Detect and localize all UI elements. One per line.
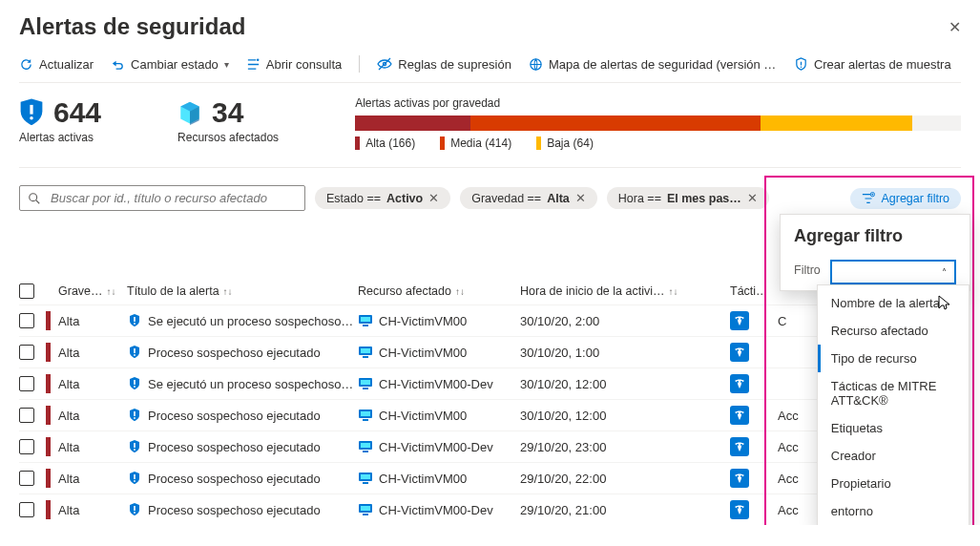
filter-pill-state[interactable]: Estado == Activo ✕: [315, 187, 450, 209]
active-alerts-metric: 644 Alertas activas: [19, 96, 101, 144]
change-state-button[interactable]: Cambiar estado ▾: [111, 57, 229, 72]
row-checkbox[interactable]: [19, 471, 34, 486]
close-icon[interactable]: ✕: [949, 18, 961, 36]
combobox-option[interactable]: Tácticas de MITRE ATT&CK®: [818, 372, 969, 414]
alert-shield-icon: [127, 439, 142, 454]
tactic-icon: [730, 374, 749, 393]
remove-filter-icon[interactable]: ✕: [575, 191, 586, 205]
add-filter-label: Agregar filtro: [881, 192, 949, 205]
alert-shield-icon: [127, 376, 142, 391]
svg-point-54: [740, 475, 742, 477]
combobox-option[interactable]: Creador: [818, 442, 969, 470]
legend-low: Baja (64): [536, 136, 594, 150]
combobox-control[interactable]: ˄: [830, 260, 956, 284]
svg-rect-34: [134, 411, 136, 416]
security-map-button[interactable]: Mapa de alertas de seguridad (versión pr…: [529, 57, 777, 72]
svg-rect-38: [363, 419, 368, 421]
vm-icon: [358, 503, 373, 516]
combobox-option[interactable]: Tipo de recurso: [818, 345, 969, 372]
map-icon: [529, 57, 543, 72]
svg-point-28: [134, 386, 136, 388]
resources-count: 34: [212, 96, 243, 129]
refresh-icon: [19, 57, 33, 72]
row-checkbox[interactable]: [19, 439, 34, 454]
combobox-option[interactable]: Etiquetas: [818, 414, 969, 442]
sample-alerts-button[interactable]: Crear alertas de muestra: [794, 57, 951, 72]
svg-point-40: [740, 412, 742, 414]
cell-time: 30/10/20, 12:00: [520, 409, 730, 423]
cell-time: 29/10/20, 22:00: [520, 472, 730, 486]
severity-bar: [355, 116, 961, 131]
svg-rect-31: [363, 388, 368, 389]
cell-tactics: [730, 406, 778, 425]
row-checkbox[interactable]: [19, 376, 34, 391]
svg-point-49: [134, 480, 136, 482]
severity-seg-low: [761, 116, 912, 131]
svg-point-18: [737, 318, 739, 320]
col-header-title[interactable]: Título de la alerta↑↓: [127, 284, 358, 298]
open-query-button[interactable]: Abrir consulta: [246, 57, 342, 72]
filter-combobox[interactable]: ˄ Nombre de la alertaRecurso afectadoTip…: [830, 260, 956, 284]
filter-pill-severity[interactable]: Gravedad == Alta ✕: [460, 187, 597, 209]
col-header-resource[interactable]: Recurso afectado↑↓: [358, 284, 520, 298]
open-query-label: Abrir consulta: [266, 57, 342, 72]
severity-seg-high: [355, 116, 470, 131]
cell-tactics: [730, 437, 778, 456]
page-title: Alertas de seguridad: [19, 13, 245, 40]
search-field[interactable]: [49, 190, 297, 206]
svg-point-32: [737, 381, 739, 383]
svg-point-7: [30, 116, 33, 120]
svg-point-60: [737, 507, 739, 509]
combobox-option[interactable]: Propietario: [818, 470, 969, 497]
remove-filter-icon[interactable]: ✕: [747, 191, 758, 205]
svg-rect-55: [134, 506, 136, 511]
row-checkbox[interactable]: [19, 408, 34, 423]
svg-point-8: [30, 193, 37, 200]
col-header-severity[interactable]: Grave…↑↓: [51, 284, 127, 298]
svg-line-9: [36, 200, 40, 203]
add-filter-button[interactable]: Agregar filtro: [850, 188, 961, 209]
vm-icon: [358, 346, 373, 359]
row-checkbox[interactable]: [19, 502, 34, 517]
svg-rect-44: [361, 443, 370, 448]
svg-rect-30: [361, 380, 370, 385]
query-icon: [246, 57, 261, 72]
severity-block: Alertas activas por gravedad Alta (166) …: [355, 96, 961, 150]
vm-icon: [358, 314, 373, 327]
cell-title: Se ejecutó un proceso sospechoso…: [127, 376, 358, 391]
refresh-button[interactable]: Actualizar: [19, 57, 94, 72]
summary-bar: 644 Alertas activas 34 Recursos afectado…: [19, 83, 961, 168]
cell-resource: CH-VictimVM00: [358, 409, 520, 423]
combobox-option[interactable]: entorno: [818, 497, 969, 525]
svg-point-39: [737, 412, 739, 414]
col-header-time[interactable]: Hora de inicio de la activi…↑↓: [520, 284, 730, 298]
cell-severity: Alta: [51, 377, 127, 391]
combobox-option[interactable]: Nombre de la alerta: [818, 289, 969, 317]
col-header-tactics[interactable]: Tácti…: [730, 284, 778, 298]
cell-severity: Alta: [51, 314, 127, 328]
row-checkbox[interactable]: [19, 313, 34, 328]
cell-severity: Alta: [51, 472, 127, 486]
svg-rect-45: [363, 451, 368, 452]
cell-title: Proceso sospechoso ejecutado: [127, 408, 358, 423]
select-all-checkbox[interactable]: [19, 284, 34, 299]
cell-title: Proceso sospechoso ejecutado: [127, 502, 358, 517]
cell-resource: CH-VictimVM00-Dev: [358, 377, 520, 391]
cell-severity: Alta: [51, 346, 127, 360]
cell-severity: Alta: [51, 503, 127, 517]
suppression-button[interactable]: Reglas de supresión: [377, 56, 511, 72]
row-checkbox[interactable]: [19, 345, 34, 360]
popover-title: Agregar filtro: [794, 226, 956, 246]
remove-filter-icon[interactable]: ✕: [428, 191, 439, 205]
search-input[interactable]: [19, 185, 305, 211]
cell-time: 29/10/20, 23:00: [520, 440, 730, 454]
combobox-option[interactable]: Recurso afectado: [818, 317, 969, 345]
filter-pill-time[interactable]: Hora == El mes pas… ✕: [607, 187, 769, 209]
cell-resource: CH-VictimVM00-Dev: [358, 440, 520, 454]
severity-seg-rest: [912, 116, 961, 131]
search-icon: [28, 192, 41, 205]
svg-point-0: [257, 58, 259, 60]
cell-resource: CH-VictimVM00-Dev: [358, 503, 520, 517]
popover-field-label: Filtro: [794, 263, 821, 277]
sort-icon: ↑↓: [455, 286, 465, 297]
